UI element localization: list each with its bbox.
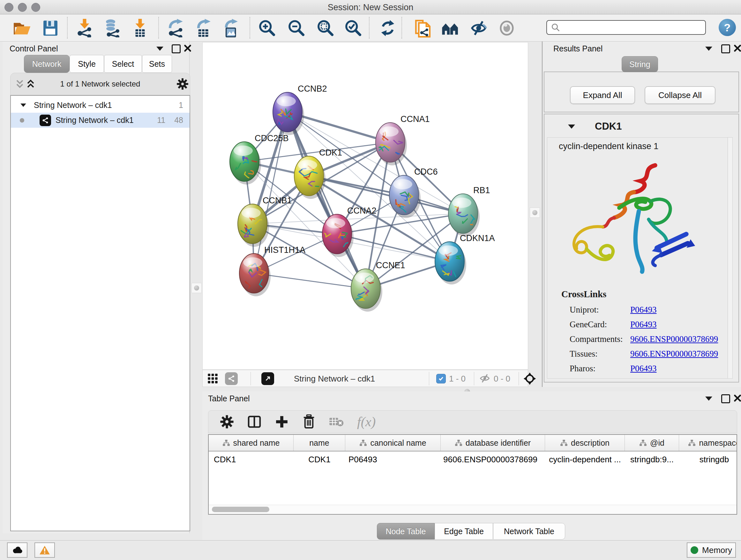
- network-node[interactable]: CCNA1: [375, 114, 430, 165]
- table-row[interactable]: CDK1 CDK1 P06493 9606.ENSP00000378699 cy…: [209, 451, 737, 468]
- birds-eye-grid-icon[interactable]: [207, 373, 219, 384]
- import-network-file-button[interactable]: [74, 18, 95, 38]
- results-panel-float-icon[interactable]: [705, 47, 712, 51]
- table-options-gear-icon[interactable]: [220, 415, 234, 429]
- toggle-graphics-details-button[interactable]: [496, 18, 517, 38]
- zoom-in-button[interactable]: [257, 18, 277, 38]
- network-edge-count: 48: [174, 116, 183, 125]
- create-column-plus-icon[interactable]: [275, 415, 289, 429]
- network-edge[interactable]: [309, 176, 463, 213]
- table-panel-float-icon[interactable]: [705, 396, 712, 401]
- network-edge[interactable]: [337, 234, 450, 261]
- help-button[interactable]: ?: [719, 19, 736, 36]
- scrollbar-thumb[interactable]: [212, 507, 269, 512]
- memory-button[interactable]: Memory: [687, 543, 736, 558]
- results-scrollbar[interactable]: [728, 138, 732, 378]
- tab-style[interactable]: Style: [70, 55, 104, 73]
- vertical-splitter-handle[interactable]: [530, 207, 540, 218]
- refresh-icon: [379, 19, 396, 37]
- clone-network-button[interactable]: [413, 18, 433, 38]
- export-image-button[interactable]: [221, 18, 242, 38]
- function-builder-icon[interactable]: f(x): [357, 414, 376, 429]
- network-row-selected[interactable]: String Network – cdk1 11 48: [11, 113, 190, 128]
- show-all-panels-button[interactable]: [440, 18, 461, 38]
- zoom-out-button[interactable]: [286, 18, 307, 38]
- save-session-button[interactable]: [40, 18, 61, 38]
- zoom-fit-icon: [317, 19, 334, 37]
- collapse-all-button[interactable]: Collapse All: [645, 86, 716, 104]
- table-horizontal-scrollbar[interactable]: [209, 505, 737, 514]
- expand-all-button[interactable]: Expand All: [570, 86, 635, 104]
- cloud-icon: [11, 546, 23, 554]
- column-header-shared-name[interactable]: shared name: [209, 435, 293, 451]
- cdk1-description: cyclin-dependent kinase 1: [559, 141, 658, 151]
- results-section-box: CDK1 cyclin-dependent kinase 1: [544, 114, 739, 382]
- column-header-name[interactable]: name: [293, 435, 345, 451]
- tab-network[interactable]: Network: [24, 55, 70, 73]
- export-table-button[interactable]: [193, 18, 214, 38]
- show-columns-icon[interactable]: [247, 415, 261, 429]
- column-header-canonical-name[interactable]: canonical name: [345, 435, 441, 451]
- crosslink-compartments[interactable]: 9606.ENSP00000378699: [630, 332, 718, 347]
- network-node[interactable]: CDC6: [389, 167, 438, 218]
- network-node-label: CCNE1: [376, 260, 405, 270]
- zoom-selected-button[interactable]: [343, 18, 363, 38]
- crosslink-tissues[interactable]: 9606.ENSP00000378699: [630, 347, 718, 361]
- results-panel-close-icon[interactable]: [734, 44, 741, 52]
- import-network-database-button[interactable]: [102, 18, 123, 38]
- network-edge[interactable]: [287, 112, 366, 289]
- refresh-button[interactable]: [378, 18, 398, 38]
- open-file-button[interactable]: [12, 18, 32, 38]
- open-in-window-icon[interactable]: [261, 372, 274, 385]
- crosslink-genecard[interactable]: P06493: [630, 317, 657, 332]
- network-overview-icon[interactable]: [225, 372, 238, 385]
- network-node[interactable]: CCNB2: [273, 84, 327, 135]
- cloud-status-button[interactable]: [7, 543, 27, 558]
- zoom-fit-content-button[interactable]: [315, 18, 336, 38]
- fit-selected-crosshair-icon[interactable]: [523, 372, 537, 386]
- crosslinks-title: CrossLinks: [561, 289, 606, 300]
- network-edge[interactable]: [254, 273, 366, 289]
- tab-string-results[interactable]: String: [622, 56, 658, 72]
- cdk1-section-collapse-icon[interactable]: [568, 125, 575, 129]
- vertical-splitter-handle[interactable]: [192, 283, 202, 293]
- export-network-button[interactable]: [165, 18, 186, 38]
- import-table-file-button[interactable]: [130, 18, 150, 38]
- tab-node-table[interactable]: Node Table: [377, 523, 434, 540]
- network-canvas[interactable]: CCNB2CCNA1CDC25BCDK1CDC6RB1CCNB1CCNA2CDK…: [202, 42, 528, 370]
- tab-select[interactable]: Select: [104, 55, 142, 73]
- column-header-database-identifier[interactable]: database identifier: [441, 435, 545, 451]
- network-node[interactable]: CCNE1: [351, 260, 405, 312]
- hide-panels-button[interactable]: [468, 18, 489, 38]
- search-input[interactable]: [560, 23, 699, 32]
- network-node[interactable]: RB1: [448, 186, 490, 237]
- crosslink-uniprot[interactable]: P06493: [630, 302, 657, 317]
- network-node[interactable]: HIST1H1A: [239, 245, 306, 296]
- collection-expand-icon[interactable]: [20, 104, 26, 107]
- column-header-id[interactable]: @id: [625, 435, 679, 451]
- network-collection-row[interactable]: String Network – cdk1 1: [11, 98, 190, 113]
- tab-sets[interactable]: Sets: [142, 55, 172, 73]
- results-panel-maximize-icon[interactable]: [721, 44, 730, 53]
- column-header-namespace[interactable]: namespace: [679, 435, 737, 451]
- hidden-eye-slash-icon[interactable]: [479, 373, 490, 383]
- table-panel-close-icon[interactable]: [734, 394, 741, 402]
- crosslink-pharos[interactable]: P06493: [630, 361, 657, 376]
- delete-column-trash-icon[interactable]: [302, 415, 316, 429]
- selected-nodes-checkbox[interactable]: [436, 374, 446, 383]
- tab-network-table[interactable]: Network Table: [493, 523, 565, 540]
- control-panel-float-icon[interactable]: [156, 47, 163, 51]
- search-field[interactable]: [546, 20, 706, 35]
- network-node[interactable]: CDKN1A: [435, 233, 495, 285]
- tab-edge-table[interactable]: Edge Table: [434, 523, 493, 540]
- splitter-knob: [532, 210, 537, 215]
- eye-icon: [498, 20, 516, 37]
- warnings-button[interactable]: [35, 543, 55, 558]
- control-panel-maximize-icon[interactable]: [172, 44, 181, 53]
- delete-table-icon[interactable]: [329, 416, 344, 428]
- network-view-toolbar: String Network – cdk1 1 - 0 0 - 0: [202, 370, 528, 387]
- column-header-description[interactable]: description: [545, 435, 625, 451]
- table-panel-maximize-icon[interactable]: [721, 394, 730, 403]
- control-panel-close-icon[interactable]: [184, 44, 192, 52]
- network-options-gear-icon[interactable]: [177, 78, 189, 90]
